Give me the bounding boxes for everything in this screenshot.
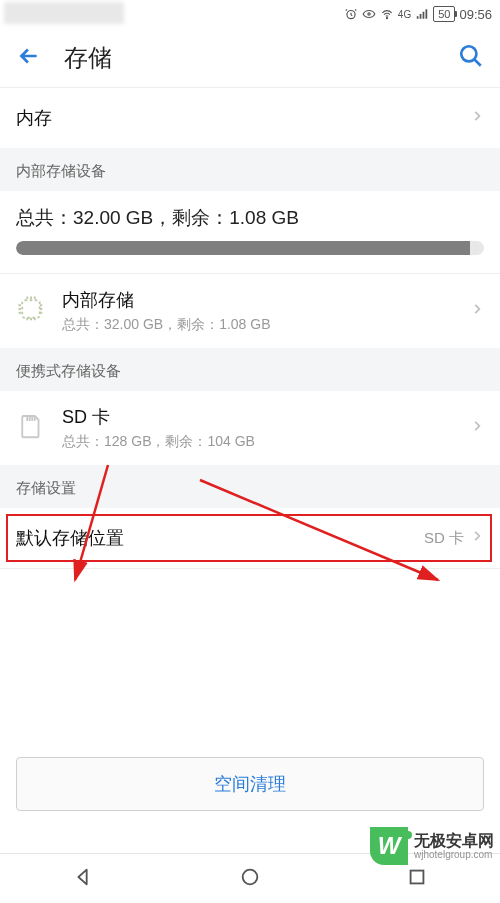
signal-icon bbox=[415, 7, 429, 21]
back-arrow-icon bbox=[16, 43, 42, 69]
nav-home-button[interactable] bbox=[239, 866, 261, 892]
back-button[interactable] bbox=[16, 43, 42, 73]
eye-icon bbox=[362, 7, 376, 21]
watermark-logo-icon: W bbox=[370, 827, 408, 865]
sd-card-icon bbox=[16, 411, 46, 445]
chevron-right-icon bbox=[470, 419, 484, 437]
internal-storage-item[interactable]: 内部存储 总共：32.00 GB，剩余：1.08 GB bbox=[0, 274, 500, 348]
network-label: 4G bbox=[398, 9, 411, 20]
svg-rect-6 bbox=[410, 870, 423, 883]
default-storage-row[interactable]: 默认存储位置 SD 卡 bbox=[0, 508, 500, 568]
portable-section-header: 便携式存储设备 bbox=[0, 348, 500, 391]
chip-icon bbox=[16, 294, 46, 328]
svg-rect-4 bbox=[22, 300, 40, 318]
app-header: 存储 bbox=[0, 28, 500, 88]
memory-label: 内存 bbox=[16, 106, 470, 130]
status-bar: 4G 50 09:56 bbox=[0, 0, 500, 28]
page-title: 存储 bbox=[64, 42, 458, 74]
nav-back-button[interactable] bbox=[72, 866, 94, 892]
memory-row[interactable]: 内存 bbox=[0, 88, 500, 148]
clean-space-button[interactable]: 空间清理 bbox=[16, 757, 484, 811]
search-button[interactable] bbox=[458, 43, 484, 73]
default-storage-value: SD 卡 bbox=[424, 529, 464, 548]
watermark-en: wjhotelgroup.com bbox=[414, 849, 494, 860]
sd-card-title: SD 卡 bbox=[62, 405, 454, 429]
internal-section-header: 内部存储设备 bbox=[0, 148, 500, 191]
internal-storage-sub: 总共：32.00 GB，剩余：1.08 GB bbox=[62, 316, 454, 334]
settings-section-header: 存储设置 bbox=[0, 465, 500, 508]
storage-summary: 总共：32.00 GB，剩余：1.08 GB bbox=[0, 191, 500, 241]
internal-storage-title: 内部存储 bbox=[62, 288, 454, 312]
storage-progress bbox=[0, 241, 500, 273]
chevron-right-icon bbox=[470, 529, 484, 547]
wifi-icon bbox=[380, 7, 394, 21]
watermark: W 无极安卓网 wjhotelgroup.com bbox=[370, 827, 494, 865]
sd-card-item[interactable]: SD 卡 总共：128 GB，剩余：104 GB bbox=[0, 391, 500, 465]
chevron-right-icon bbox=[470, 302, 484, 320]
svg-point-5 bbox=[243, 869, 258, 884]
svg-point-1 bbox=[368, 13, 370, 15]
search-icon bbox=[458, 43, 484, 69]
alarm-icon bbox=[344, 7, 358, 21]
blurred-area bbox=[4, 2, 124, 24]
svg-point-3 bbox=[461, 46, 476, 61]
battery-indicator: 50 bbox=[433, 6, 455, 22]
nav-recent-button[interactable] bbox=[406, 866, 428, 892]
default-storage-label: 默认存储位置 bbox=[16, 526, 424, 550]
clock: 09:56 bbox=[459, 7, 492, 22]
watermark-cn: 无极安卓网 bbox=[414, 832, 494, 850]
chevron-right-icon bbox=[470, 109, 484, 127]
sd-card-sub: 总共：128 GB，剩余：104 GB bbox=[62, 433, 454, 451]
svg-point-2 bbox=[386, 18, 387, 19]
